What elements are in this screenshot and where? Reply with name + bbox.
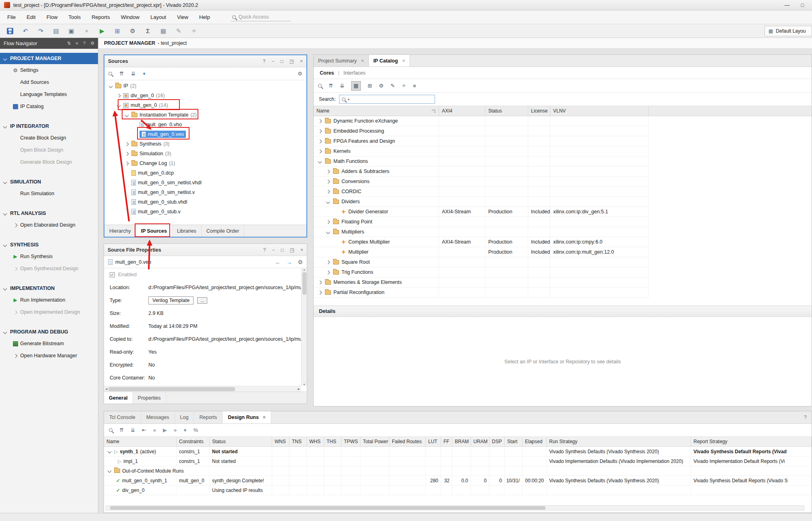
tab-project-summary[interactable]: Project Summary ×: [314, 55, 369, 67]
minimize-button[interactable]: —: [785, 2, 790, 8]
ip-row-adders-subtracters[interactable]: Adders & Subtracters: [314, 167, 649, 177]
ip-row-multiplier[interactable]: Multiplier Production Included xilinx.co…: [314, 247, 649, 257]
menu-item-layout[interactable]: Layout: [150, 14, 166, 20]
collapse-all-icon[interactable]: ⇈: [329, 83, 333, 89]
run-row-synth-1[interactable]: ▷synth_1 (active) constrs_1 Not started …: [104, 447, 812, 456]
ip-row-conversions[interactable]: Conversions: [314, 177, 649, 187]
create-runs-button[interactable]: +: [183, 427, 187, 433]
section-ip-integrator[interactable]: IP INTEGRATOR: [0, 121, 98, 132]
column-name[interactable]: Name: [104, 437, 177, 446]
ip-row-math-functions[interactable]: Math Functions: [314, 156, 649, 167]
search-icon[interactable]: [109, 428, 112, 432]
section-implementation[interactable]: IMPLEMENTATION: [0, 283, 98, 294]
ip-row-kernels[interactable]: Kernels: [314, 146, 649, 156]
close-icon[interactable]: ×: [263, 415, 266, 420]
close-icon[interactable]: ×: [300, 247, 303, 253]
default-layout-button[interactable]: ▦ Default Layou: [764, 26, 812, 36]
edit-pencil-icon[interactable]: ✎: [390, 83, 395, 89]
scrollbar-thumb[interactable]: [110, 506, 545, 510]
collapse-all-icon[interactable]: ⇈: [119, 71, 124, 77]
scroll-left-icon[interactable]: ◀: [105, 388, 107, 391]
expander-icon[interactable]: [325, 231, 331, 233]
ip-row-complex-multiplier[interactable]: Complex Multiplier AXI4-Stream Productio…: [314, 237, 649, 247]
tab-design-runs[interactable]: Design Runs ×: [223, 411, 271, 423]
column-report-strategy[interactable]: Report Strategy: [691, 437, 812, 446]
column-uram[interactable]: URAM: [471, 437, 489, 446]
column-tpws[interactable]: TPWS: [341, 437, 360, 446]
expander-icon[interactable]: [325, 200, 331, 203]
expander-icon[interactable]: [325, 221, 331, 223]
settings-wrench-icon[interactable]: ⚙: [379, 83, 384, 89]
expand-all-icon[interactable]: ⇊: [340, 83, 344, 89]
tree-row-instantiation-template[interactable]: Instantiation Template (2): [104, 110, 306, 120]
help-icon[interactable]: ?: [83, 41, 85, 46]
column-status[interactable]: Status: [485, 106, 528, 116]
sigma-button[interactable]: Σ: [144, 27, 152, 35]
close-icon[interactable]: ×: [361, 58, 364, 64]
gear-icon[interactable]: ⚙: [90, 41, 94, 46]
gear-icon[interactable]: ⚙: [298, 259, 303, 265]
column-vlnv[interactable]: VLNV: [550, 106, 649, 116]
copy-button[interactable]: ▣: [67, 27, 76, 35]
column-ths[interactable]: THS: [324, 437, 341, 446]
tree-row-sim-netlist-vhdl[interactable]: mult_gen_0_sim_netlist.vhdl: [104, 178, 306, 188]
tree-row-div-gen-0[interactable]: div_gen_0 (16): [104, 91, 306, 100]
expander-icon[interactable]: [106, 450, 112, 453]
tree-row-ip[interactable]: IP (2): [104, 81, 306, 91]
tab-properties[interactable]: Properties: [133, 392, 166, 404]
expander-icon[interactable]: [116, 104, 121, 107]
sidebar-item-open-hardware-manager[interactable]: Open Hardware Manager: [0, 350, 98, 362]
menu-icon[interactable]: ≡: [76, 41, 78, 46]
tree-row-sim-netlist-v[interactable]: mult_gen_0_sim_netlist.v: [104, 188, 306, 197]
column-constraints[interactable]: Constraints: [177, 437, 210, 446]
report-button[interactable]: ▤: [52, 27, 60, 35]
tree-row-dcp[interactable]: mult_gen_0.dcp: [104, 168, 306, 178]
expander-icon[interactable]: [108, 85, 113, 88]
expander-icon[interactable]: [325, 180, 331, 183]
ip-row-trig-functions[interactable]: Trig Functions: [314, 267, 649, 277]
column-total-power[interactable]: Total Power: [360, 437, 389, 446]
expander-icon[interactable]: [317, 120, 323, 123]
run-row-ooc-group[interactable]: Out-of-Context Module Runs: [104, 466, 812, 476]
expander-icon[interactable]: [317, 150, 323, 153]
column-bram[interactable]: BRAM: [452, 437, 471, 446]
ip-row-floating-point[interactable]: Floating Point: [314, 217, 649, 227]
tree-row-change-log[interactable]: Change Log (1): [104, 158, 306, 168]
tab-compile-order[interactable]: Compile Order: [202, 225, 244, 237]
close-icon[interactable]: ×: [300, 58, 303, 64]
sidebar-item-run-simulation[interactable]: Run Simulation: [0, 188, 98, 200]
maximize-button[interactable]: □: [801, 2, 804, 8]
forward-icon[interactable]: →: [286, 259, 292, 265]
close-icon[interactable]: ×: [402, 58, 405, 64]
run-button[interactable]: ▶: [98, 27, 106, 35]
expander-icon[interactable]: [317, 130, 323, 133]
ip-row-dividers[interactable]: Dividers: [314, 197, 649, 207]
minimize-icon[interactable]: −: [272, 247, 275, 253]
tree-row-mult-gen-0-vho[interactable]: mult_gen_0.vho: [104, 120, 306, 129]
expander-icon[interactable]: [124, 143, 129, 146]
tree-row-stub-vhdl[interactable]: mult_gen_0_stub.vhdl: [104, 197, 306, 207]
enabled-checkbox[interactable]: ✓: [110, 272, 115, 277]
ip-row-cordic[interactable]: CORDIC: [314, 187, 649, 197]
section-rtl-analysis[interactable]: RTL ANALYSIS: [0, 208, 98, 219]
maximize-icon[interactable]: □: [280, 58, 283, 64]
table-button[interactable]: ▦: [159, 27, 168, 35]
menu-item-edit[interactable]: Edit: [27, 14, 35, 20]
section-project-manager[interactable]: PROJECT MANAGER: [0, 53, 98, 64]
tab-log[interactable]: Log: [175, 411, 194, 423]
column-dsp[interactable]: DSP: [489, 437, 505, 446]
expander-icon[interactable]: [325, 170, 331, 173]
column-ff[interactable]: FF: [441, 437, 452, 446]
section-program-and-debug[interactable]: PROGRAM AND DEBUG: [0, 326, 98, 338]
expand-all-icon[interactable]: ⇊: [131, 427, 135, 433]
menu-item-reports[interactable]: Reports: [92, 14, 110, 20]
expander-icon[interactable]: [325, 261, 331, 264]
expander-icon[interactable]: [317, 281, 323, 284]
column-status[interactable]: Status: [210, 437, 272, 446]
expander-icon[interactable]: [116, 94, 121, 97]
column-tns[interactable]: TNS: [289, 437, 307, 446]
section-synthesis[interactable]: SYNTHESIS: [0, 239, 98, 250]
run-row-mult-gen-0-synth-1[interactable]: ✓mult_gen_0_synth_1 mult_gen_0 synth_des…: [104, 476, 812, 486]
tab-ip-catalog[interactable]: IP Catalog ×: [369, 55, 410, 67]
menu-item-tools[interactable]: Tools: [69, 14, 81, 20]
